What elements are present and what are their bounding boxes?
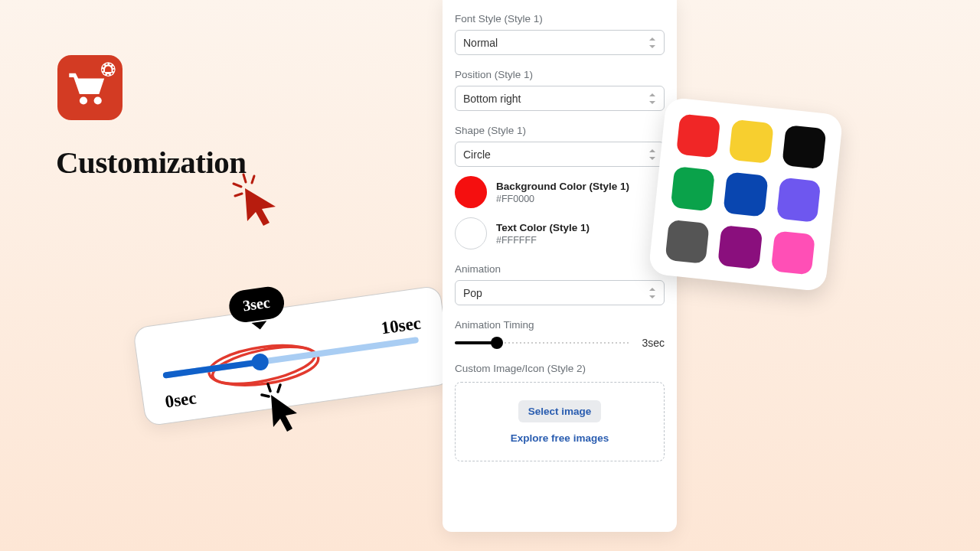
bg-color-row[interactable]: Background Color (Style 1) #FF0000 bbox=[455, 176, 665, 208]
animation-timing-slider[interactable] bbox=[455, 337, 631, 348]
svg-point-0 bbox=[80, 96, 87, 104]
bg-color-hex: #FF0000 bbox=[496, 194, 629, 204]
palette-swatch[interactable] bbox=[729, 119, 774, 165]
cursor-icon bbox=[260, 383, 303, 433]
palette-swatch[interactable] bbox=[776, 178, 822, 223]
svg-line-12 bbox=[262, 395, 269, 396]
color-palette bbox=[648, 97, 844, 292]
select-image-button[interactable]: Select image bbox=[518, 400, 602, 422]
field-shape: Shape (Style 1) Circle bbox=[455, 125, 665, 167]
text-color-swatch[interactable] bbox=[455, 217, 487, 249]
bg-color-swatch[interactable] bbox=[455, 176, 487, 208]
svg-line-11 bbox=[278, 385, 280, 392]
select-value: Bottom right bbox=[463, 93, 521, 105]
app-icon bbox=[57, 55, 122, 120]
label: Animation Timing bbox=[455, 319, 665, 331]
label: Position (Style 1) bbox=[455, 69, 665, 80]
slider-thumb[interactable] bbox=[250, 353, 270, 372]
settings-panel: Font Style (Style 1) Normal Position (St… bbox=[443, 0, 677, 532]
position-select[interactable]: Bottom right bbox=[455, 86, 665, 111]
page-title: Customization bbox=[56, 144, 247, 181]
slider-track[interactable] bbox=[162, 337, 419, 379]
chevron-updown-icon bbox=[648, 93, 656, 104]
slider-min-label: 0sec bbox=[164, 388, 198, 412]
label: Shape (Style 1) bbox=[455, 125, 665, 136]
text-color-hex: #FFFFFF bbox=[496, 235, 590, 246]
chevron-updown-icon bbox=[648, 37, 656, 48]
chevron-updown-icon bbox=[648, 149, 656, 160]
svg-line-5 bbox=[234, 184, 241, 187]
label: Animation bbox=[455, 263, 665, 275]
palette-swatch[interactable] bbox=[724, 172, 769, 217]
bg-color-label: Background Color (Style 1) bbox=[496, 181, 629, 192]
palette-swatch[interactable] bbox=[782, 125, 827, 170]
svg-line-4 bbox=[243, 174, 246, 182]
slider-max-label: 10sec bbox=[380, 313, 422, 338]
explore-images-link[interactable]: Explore free images bbox=[511, 432, 609, 444]
slider-fill bbox=[162, 359, 260, 379]
select-value: Circle bbox=[463, 148, 491, 161]
svg-line-7 bbox=[235, 194, 242, 196]
animation-select[interactable]: Pop bbox=[455, 280, 665, 305]
svg-point-1 bbox=[94, 96, 102, 104]
label: Custom Image/Icon (Style 2) bbox=[455, 363, 665, 374]
shape-select[interactable]: Circle bbox=[455, 142, 665, 167]
animation-timing-value: 3sec bbox=[642, 337, 665, 349]
palette-swatch[interactable] bbox=[676, 113, 721, 158]
label: Font Style (Style 1) bbox=[455, 13, 665, 24]
palette-swatch[interactable] bbox=[770, 230, 815, 276]
slider-value-bubble: 3sec bbox=[227, 285, 286, 324]
palette-swatch[interactable] bbox=[671, 166, 716, 211]
font-style-select[interactable]: Normal bbox=[455, 30, 665, 55]
palette-swatch[interactable] bbox=[717, 225, 763, 270]
field-font-style: Font Style (Style 1) Normal bbox=[455, 13, 665, 55]
cursor-icon bbox=[231, 173, 282, 227]
slider-thumb[interactable] bbox=[491, 337, 503, 349]
field-position: Position (Style 1) Bottom right bbox=[455, 69, 665, 111]
select-value: Normal bbox=[463, 37, 498, 49]
svg-line-10 bbox=[268, 384, 270, 391]
text-color-label: Text Color (Style 1) bbox=[496, 222, 590, 233]
chevron-updown-icon bbox=[648, 288, 656, 298]
select-value: Pop bbox=[463, 287, 482, 299]
field-animation: Animation Pop bbox=[455, 263, 665, 305]
field-animation-timing: Animation Timing 3sec bbox=[455, 319, 665, 349]
image-dropzone[interactable]: Select image Explore free images bbox=[455, 382, 665, 461]
palette-swatch[interactable] bbox=[665, 219, 710, 264]
text-color-row[interactable]: Text Color (Style 1) #FFFFFF bbox=[455, 217, 665, 249]
field-custom-image: Custom Image/Icon (Style 2) Select image… bbox=[455, 363, 665, 461]
svg-line-6 bbox=[252, 176, 254, 183]
